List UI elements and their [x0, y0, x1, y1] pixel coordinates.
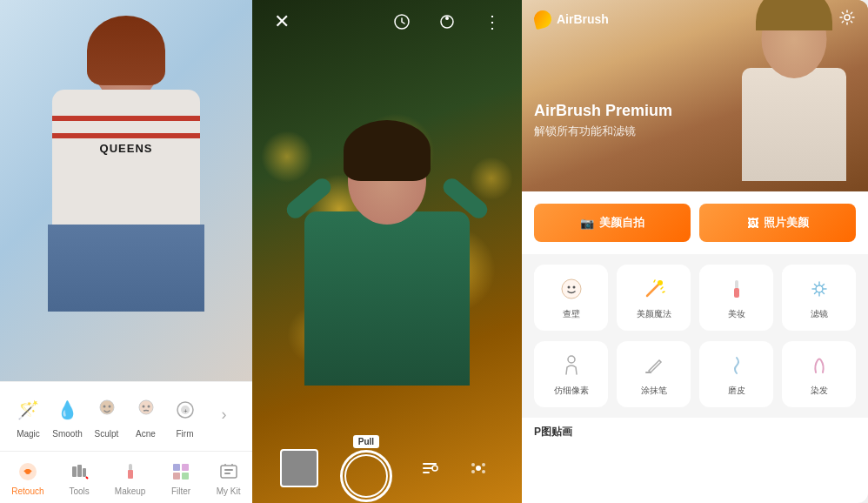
middle-bottom-bar: Pull — [252, 433, 522, 503]
tool-firm[interactable]: + Firm — [170, 394, 201, 439]
tool-smooth[interactable]: 💧 Smooth — [52, 394, 83, 439]
bottom-tools — [414, 453, 494, 484]
nav-filter[interactable]: Filter — [162, 456, 200, 500]
more-options-icon[interactable]: ⋮ — [477, 6, 508, 37]
left-photo-area: QUEENS — [0, 0, 252, 381]
feature-erase[interactable]: 涂抹笔 — [617, 341, 691, 407]
svg-point-28 — [471, 463, 475, 466]
svg-rect-41 — [735, 280, 738, 289]
right-top-bar: AirBrush — [522, 0, 868, 38]
filter-icon — [169, 459, 193, 484]
feature-makeup[interactable]: 美妆 — [699, 265, 773, 331]
svg-point-5 — [147, 406, 150, 408]
app-name: AirBrush — [557, 12, 609, 26]
svg-line-49 — [821, 292, 824, 294]
svg-rect-19 — [182, 473, 189, 480]
svg-line-48 — [814, 285, 817, 287]
shirt-text: QUEENS — [100, 142, 153, 155]
retouch-icon — [16, 459, 40, 484]
svg-rect-22 — [224, 473, 230, 474]
feature-face[interactable]: 查壁 — [534, 265, 608, 331]
pull-control[interactable]: Pull — [340, 435, 392, 502]
feature-body[interactable]: 仿细像素 — [534, 341, 608, 407]
mykit-icon — [217, 459, 241, 484]
action-buttons: 📷 美颜自拍 🖼 照片美颜 — [522, 191, 868, 254]
svg-line-50 — [821, 285, 824, 287]
svg-rect-18 — [173, 473, 180, 480]
settings-icon[interactable] — [838, 9, 856, 30]
svg-rect-20 — [221, 466, 237, 478]
feature-magic-wand[interactable]: 美颜魔法 — [617, 265, 691, 331]
feature-grid-2: 仿细像素 涂抹笔 磨皮 染发 — [522, 341, 868, 418]
acne-icon — [130, 394, 162, 426]
thumbnail[interactable] — [280, 449, 318, 487]
nav-tools[interactable]: Tools — [60, 456, 98, 500]
svg-point-1 — [103, 406, 105, 408]
tool-sculpt-label: Sculpt — [95, 429, 119, 439]
right-photo: AirBrush AirBrush Premium 解锁所有功能和滤镜 — [522, 0, 868, 191]
feature-body-label: 仿细像素 — [554, 385, 589, 397]
left-panel: QUEENS 🪄 Magic 💧 Smooth Sculpt A — [0, 0, 252, 503]
feature-filter[interactable]: 滤镜 — [782, 265, 856, 331]
effects-icon[interactable] — [463, 453, 494, 484]
svg-point-30 — [471, 470, 475, 473]
magic-icon: 🪄 — [13, 394, 44, 426]
tool-smooth-label: Smooth — [52, 429, 82, 439]
feature-filter-label: 滤镜 — [811, 308, 828, 320]
photo-beauty-btn[interactable]: 🖼 照片美颜 — [699, 204, 856, 242]
feature-face-label: 查壁 — [563, 308, 580, 320]
middle-panel: ✕ ⋮ Pull — [252, 0, 522, 503]
svg-line-39 — [654, 280, 655, 282]
svg-point-34 — [567, 286, 570, 289]
section-title: P图贴画 — [522, 418, 868, 443]
feature-smooth2[interactable]: 磨皮 — [699, 341, 773, 407]
nav-tools-label: Tools — [70, 486, 90, 496]
makeup-feature-icon — [723, 275, 751, 303]
svg-point-32 — [845, 15, 850, 20]
svg-line-40 — [663, 292, 664, 292]
feature-hair[interactable]: 染发 — [782, 341, 856, 407]
svg-point-29 — [482, 463, 485, 466]
feature-magic-label: 美颜魔法 — [637, 308, 671, 320]
close-icon[interactable]: ✕ — [266, 6, 297, 37]
tool-sculpt[interactable]: Sculpt — [91, 394, 123, 439]
svg-line-38 — [661, 287, 663, 289]
middle-photo: ✕ ⋮ Pull — [252, 0, 522, 503]
filter-feature-icon — [805, 275, 833, 303]
beauty-selfie-btn[interactable]: 📷 美颜自拍 — [534, 204, 691, 242]
settings-tool-icon[interactable] — [414, 453, 445, 484]
feature-grid-1: 查壁 美颜魔法 美妆 滤镜 — [522, 254, 868, 341]
nav-retouch[interactable]: Retouch — [4, 456, 50, 500]
feature-smooth2-label: 磨皮 — [728, 385, 745, 397]
tool-magic[interactable]: 🪄 Magic — [13, 394, 44, 439]
tool-acne[interactable]: Acne — [130, 394, 162, 439]
svg-point-33 — [562, 279, 581, 298]
svg-point-3 — [139, 400, 153, 414]
svg-rect-16 — [173, 464, 180, 471]
bottom-nav: Retouch Tools Makeup Filter My Kit — [0, 451, 252, 503]
nav-mykit-label: My Kit — [217, 486, 241, 496]
svg-point-35 — [572, 286, 575, 289]
feature-erase-label: 涂抹笔 — [641, 385, 667, 397]
beauty-selfie-label: 美颜自拍 — [599, 215, 644, 231]
timer-icon[interactable] — [386, 6, 417, 37]
svg-point-25 — [445, 17, 449, 20]
photo-beauty-label: 照片美颜 — [764, 215, 809, 231]
nav-mykit[interactable]: My Kit — [210, 456, 248, 500]
svg-point-37 — [658, 280, 663, 285]
tool-more[interactable]: › — [209, 399, 240, 434]
tool-firm-label: Firm — [177, 429, 194, 439]
svg-point-52 — [568, 356, 575, 363]
nav-makeup[interactable]: Makeup — [108, 456, 153, 500]
firm-icon: + — [170, 394, 201, 426]
airbrush-logo: AirBrush — [534, 10, 609, 28]
magic-wand-icon — [640, 275, 668, 303]
svg-point-2 — [108, 406, 110, 408]
tools-bar: 🪄 Magic 💧 Smooth Sculpt Acne + Firm › — [0, 381, 252, 451]
svg-text:+: + — [184, 407, 188, 415]
svg-point-4 — [142, 406, 144, 408]
flip-icon[interactable] — [431, 6, 463, 37]
shutter-button[interactable] — [340, 450, 392, 502]
svg-line-51 — [814, 292, 817, 294]
hair-icon — [805, 352, 833, 379]
